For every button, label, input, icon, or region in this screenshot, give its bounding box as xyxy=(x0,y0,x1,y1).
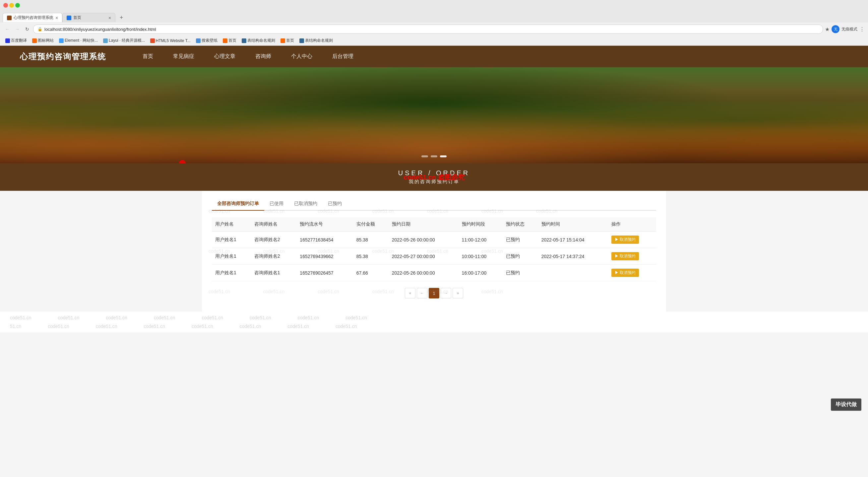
orders-table: 用户姓名 咨询师姓名 预约流水号 实付金额 预约日期 预约时间段 预约状态 预约… xyxy=(212,217,656,281)
url-text: localhost:8080/xinliyuyuezixunguanlixito… xyxy=(44,27,156,32)
bookmarks-bar: 百度翻译 图标网站 Element · 网站快... Layui · 经典开源模… xyxy=(0,36,868,46)
nav-forward-btn[interactable]: → xyxy=(13,25,21,33)
nav-refresh-btn[interactable]: ↻ xyxy=(23,25,31,33)
bookmark-icon-site[interactable]: 图标网站 xyxy=(30,37,56,44)
cell-date-0: 2022-05-26 00:00:00 xyxy=(389,232,459,248)
tab-title-2: 首页 xyxy=(73,15,106,21)
action-btn-1[interactable]: ▶ 取消预约 xyxy=(611,252,639,260)
bookmark-icon-baidu xyxy=(5,38,10,43)
bookmark-icon-wallpaper xyxy=(196,38,200,43)
bookmark-label-html5: HTML5 Website T... xyxy=(156,38,191,43)
window-max-btn[interactable] xyxy=(15,3,20,8)
window-min-btn[interactable] xyxy=(9,3,14,8)
tab-reserved[interactable]: 已预约 xyxy=(322,197,347,211)
window-left xyxy=(3,3,20,8)
table-body: 用户姓名1 咨询师姓名2 1652771638454 85.38 2022-05… xyxy=(212,232,656,281)
new-tab-button[interactable]: + xyxy=(117,13,126,22)
action-btn-2[interactable]: ▶ 取消预约 xyxy=(611,269,639,277)
cell-user-name-2: 用户姓名1 xyxy=(212,265,251,281)
cell-created-at-1: 2022-05-17 14:37:24 xyxy=(538,248,608,265)
cell-time-slot-1: 10:00-11:00 xyxy=(459,248,503,265)
tab-favicon-1 xyxy=(7,15,11,20)
cell-status-0: 已预约 xyxy=(503,232,538,248)
nav-common-disease[interactable]: 常见病症 xyxy=(163,46,204,67)
orders-table-section: 用户姓名 咨询师姓名 预约流水号 实付金额 预约日期 预约时间段 预约状态 预约… xyxy=(212,217,656,281)
cell-created-at-2 xyxy=(538,265,608,281)
bookmark-wallpaper[interactable]: 搜索壁纸 xyxy=(194,37,219,44)
bookmark-label-home1: 首页 xyxy=(228,38,237,43)
site-header: 心理预约咨询管理系统 首页 常见病症 心理文章 咨询师 个人中心 后台管理 xyxy=(0,46,868,67)
hero-dot-1[interactable] xyxy=(422,156,428,157)
action-btn-0[interactable]: ▶ 取消预约 xyxy=(611,236,639,244)
col-order-no: 预约流水号 xyxy=(297,217,353,232)
cell-order-no-1: 1652769439662 xyxy=(297,248,353,265)
cell-user-name-1: 用户姓名1 xyxy=(212,248,251,265)
bookmark-html5[interactable]: HTML5 Website T... xyxy=(148,38,193,44)
hero-dot-2[interactable] xyxy=(431,156,437,157)
nav-consultants[interactable]: 咨询师 xyxy=(245,46,281,67)
pagination-next-btn[interactable]: → xyxy=(441,288,451,299)
site-logo[interactable]: 心理预约咨询管理系统 xyxy=(20,52,106,62)
cell-user-name-0: 用户姓名1 xyxy=(212,232,251,248)
url-bar[interactable]: 🔒 localhost:8080/xinliyuyuezixunguanlixi… xyxy=(33,25,823,34)
cell-date-2: 2022-05-26 00:00:00 xyxy=(389,265,459,281)
cell-consultant-2: 咨询师姓名1 xyxy=(251,265,297,281)
bookmark-db-naming[interactable]: 表结构命名规则 xyxy=(240,37,277,44)
nav-admin[interactable]: 后台管理 xyxy=(322,46,363,67)
pagination-prev-btn[interactable]: ← xyxy=(417,288,427,299)
bookmark-db-naming2[interactable]: 表结构命名规则 xyxy=(298,37,335,44)
browser-tab-active[interactable]: 心理预约咨询管理系统 × xyxy=(3,13,62,22)
cell-order-no-0: 1652771638454 xyxy=(297,232,353,248)
bookmark-icon-db-naming xyxy=(242,38,246,43)
col-amount: 实付金额 xyxy=(353,217,389,232)
tab-all-orders[interactable]: 全部咨询师预约订单 xyxy=(212,197,264,211)
tab-used[interactable]: 已使用 xyxy=(264,197,289,211)
window-close-btn[interactable] xyxy=(3,3,8,8)
hero-carousel-dots xyxy=(422,156,446,157)
browser-tab-2[interactable]: 首页 × xyxy=(62,13,115,22)
hero-dot-3[interactable] xyxy=(440,156,446,157)
bookmark-baidu-translate[interactable]: 百度翻译 xyxy=(3,37,29,44)
table-row: 用户姓名1 咨询师姓名2 1652771638454 85.38 2022-05… xyxy=(212,232,656,248)
hero-banner xyxy=(0,67,868,163)
col-user-name: 用户姓名 xyxy=(212,217,251,232)
bookmark-layui[interactable]: Layui · 经典开源模... xyxy=(101,37,147,44)
browser-top-bar xyxy=(0,0,868,10)
bookmark-element[interactable]: Element · 网站快... xyxy=(57,37,100,44)
nav-personal-center[interactable]: 个人中心 xyxy=(281,46,322,67)
nav-back-btn[interactable]: ← xyxy=(3,25,11,33)
col-consultant-name: 咨询师姓名 xyxy=(251,217,297,232)
tab-close-1[interactable]: × xyxy=(55,15,58,21)
bookmark-home2[interactable]: 首页 xyxy=(279,37,296,44)
wm-row-bottom-1: code51.cncode51.cncode51.cncode51.cncode… xyxy=(10,315,858,320)
browser-menu-btn[interactable]: ⋮ xyxy=(859,26,865,32)
bookmark-star-btn[interactable]: ★ xyxy=(825,26,830,32)
bookmark-icon-home2 xyxy=(280,38,285,43)
nav-articles[interactable]: 心理文章 xyxy=(204,46,245,67)
cell-created-at-0: 2022-05-17 15:14:04 xyxy=(538,232,608,248)
col-status: 预约状态 xyxy=(503,217,538,232)
tab-close-2[interactable]: × xyxy=(108,15,111,21)
table-row: 用户姓名1 咨询师姓名2 1652769439662 85.38 2022-05… xyxy=(212,248,656,265)
cell-action-2: ▶ 取消预约 xyxy=(608,265,656,281)
pagination-page-1[interactable]: 1 xyxy=(429,288,439,299)
pagination-last-btn[interactable]: » xyxy=(453,288,463,299)
pagination-first-btn[interactable]: « xyxy=(405,288,415,299)
bookmark-icon-home1 xyxy=(223,38,227,43)
cell-consultant-1: 咨询师姓名2 xyxy=(251,248,297,265)
cell-amount-0: 85.38 xyxy=(353,232,389,248)
order-tabs: 全部咨询师预约订单 已使用 已取消预约 已预约 xyxy=(212,197,656,211)
tab-cancelled[interactable]: 已取消预约 xyxy=(289,197,322,211)
bookmark-icon-element xyxy=(59,38,64,43)
order-banner-title: USER / ORDER xyxy=(7,169,861,177)
nav-home[interactable]: 首页 xyxy=(133,46,163,67)
wm-row-bottom-2: 51.cncode51.cncode51.cncode51.cncode51.c… xyxy=(10,323,858,329)
bookmark-home1[interactable]: 首页 xyxy=(221,37,238,44)
browser-profile-btn[interactable]: 无 xyxy=(832,25,839,33)
order-banner: USER / ORDER code51.cn 盗图必究 我的咨询师预约订单 xyxy=(0,163,868,191)
bookmark-icon-db-naming2 xyxy=(300,38,304,43)
bookmark-label-wallpaper: 搜索壁纸 xyxy=(202,38,217,43)
browser-tabs-bar: 心理预约咨询管理系统 × 首页 × + xyxy=(0,10,868,23)
tab-title-1: 心理预约咨询管理系统 xyxy=(13,15,53,21)
bookmark-label-icon-site: 图标网站 xyxy=(38,38,54,43)
